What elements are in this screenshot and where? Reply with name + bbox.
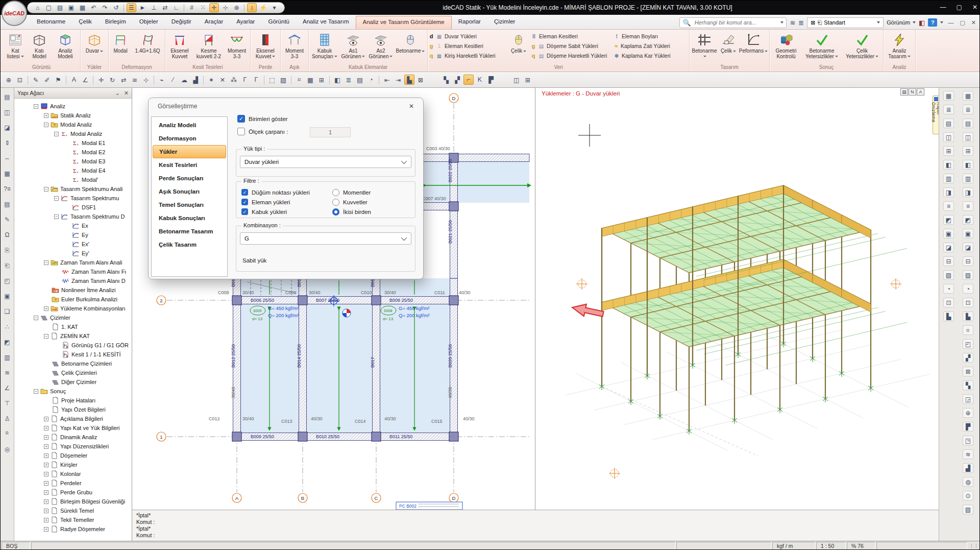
side-tool-icon[interactable]: ▤ [2,92,12,102]
tree-item[interactable]: Σ+Modal E3 [14,157,132,166]
tool-icon[interactable]: ⊡ [15,75,25,85]
pin-icon[interactable]: ⌄ [115,90,120,97]
right-tool-icon[interactable]: ▦ [963,91,973,101]
right-tool-icon[interactable]: ⊟ [943,256,954,266]
tree-item[interactable]: −Sonuç [14,387,132,396]
tree-item[interactable]: −Zaman Tanım Alanı Anali [14,258,132,267]
tab-ara-lar[interactable]: Araçlar [198,16,230,29]
tab-raporlar[interactable]: Raporlar [452,16,487,29]
dialog-list-item-analiz-modeli[interactable]: Analiz Modeli [153,118,226,132]
expand-icon[interactable]: + [44,426,48,431]
tool-icon[interactable]: ⊕ [4,75,14,85]
ribbon-button-modal[interactable]: Modal [110,30,131,64]
right-tool-icon[interactable]: ≣ [943,105,954,114]
tree-item[interactable]: +Yapı Kat ve Yük Bilgileri [14,423,132,433]
expand-icon[interactable]: + [44,509,48,513]
right-tool-icon[interactable]: ▤ [963,118,973,128]
right-tool-icon[interactable]: ▟ [963,463,973,473]
ribbon-small-item[interactable]: ❄Kaplama Kar Yükleri [614,52,688,60]
tab-ayarlar[interactable]: Ayarlar [230,16,261,29]
mdi-restore-button[interactable]: ▢ [958,19,966,26]
right-tool-icon[interactable]: ◨ [943,187,954,197]
side-tool-icon[interactable]: ◰ [2,276,12,285]
home-icon[interactable]: ⌂ [33,3,42,12]
right-tool-icon[interactable]: ▣ [963,229,973,238]
ribbon-button-1-4g-1-6q[interactable]: 1.4G+1.6Q [131,30,164,64]
tree-item[interactable]: −ZEMİN KAT [14,331,132,341]
ribbon-button-moment-3-3[interactable]: Moment 3-3 [225,30,249,64]
side-tool-icon[interactable]: ◩ [2,337,12,347]
right-tool-icon[interactable]: ◔ [963,284,973,294]
scale-checkbox-row[interactable]: Ölçek çarpanı : [237,128,288,135]
tree-item[interactable]: Diğer Çizimler [14,377,132,387]
right-tool-icon[interactable]: ▙ [943,312,954,321]
ribbon-button-kat-model[interactable]: Katı Model [27,30,52,64]
expand-icon[interactable]: + [44,435,48,440]
expand-icon[interactable]: + [44,453,48,458]
side-tool-icon[interactable]: ⇕ [2,138,12,148]
dialog-list-item-betonarme-tasar-m[interactable]: Betonarme Tasarım [153,225,226,238]
right-tool-icon[interactable]: ▨ [943,270,954,280]
tool-icon[interactable]: ☁ [179,75,189,85]
tree-item[interactable]: Proje Hataları [14,396,132,405]
right-tool-icon[interactable]: ⊙ [963,491,973,500]
tree-item[interactable]: DSF1 [14,203,132,212]
expand-icon[interactable]: + [44,444,48,449]
tree-item[interactable]: +Kirişler [14,460,132,469]
right-tool-icon[interactable]: ▦ [943,91,954,101]
tree-item[interactable]: Görünüş G1 / G1 GÖR [14,341,132,350]
side-tool-icon[interactable]: ✎ [2,214,12,224]
collapse-icon[interactable]: − [44,260,48,265]
side-tool-icon[interactable]: ◪ [2,123,12,132]
tool-icon[interactable]: ⁂ [229,75,239,85]
tree-item[interactable]: −Modal Analiz [14,120,132,129]
tree-item[interactable]: +Döşemeler [14,451,132,460]
tree-item[interactable]: Betonarme Çizimleri [14,359,132,368]
tree-item[interactable]: +Birleşim Bölgesi Güvenliği [14,497,132,506]
right-tool-icon[interactable]: ▙ [963,312,973,321]
side-tool-icon[interactable]: ⇔ [2,153,12,163]
right-tool-icon[interactable]: ⊞ [963,146,973,156]
new-file-icon[interactable]: ▢ [44,3,54,12]
tree-item[interactable]: +Yapı Düzensizlikleri [14,442,132,451]
right-tool-icon[interactable]: ◫ [963,132,973,142]
side-tool-icon[interactable]: ∠ [2,383,12,393]
tree-item[interactable]: −Analiz [14,102,132,111]
maximize-button[interactable]: ▢ [957,4,962,11]
side-tool-icon[interactable]: ⊤ [2,398,12,408]
undo-icon[interactable]: ↶ [89,3,99,12]
tree-item[interactable]: Zaman Tanım Alanı Fı [14,267,132,276]
side-tool-icon[interactable]: ⎘ [2,245,12,255]
dialog-list-item--elik-tasar-m[interactable]: Çelik Tasarım [153,238,226,251]
ribbon-button-kesme-kuvveti-2-2[interactable]: Kesme kuvveti 2-2 [193,30,225,64]
side-tool-icon[interactable]: ≋ [2,368,12,377]
tool-icon[interactable]: ⬚ [267,75,277,85]
ribbon-button-betonarme[interactable]: Betonarme [691,30,718,64]
tool-icon[interactable]: Γ [251,75,261,85]
minimize-button[interactable]: — [940,4,946,11]
tree-item[interactable]: +Açıklama Bilgileri [14,414,132,423]
tab-objeler[interactable]: Objeler [133,16,165,29]
collapse-icon[interactable]: − [34,389,38,394]
tool-icon[interactable]: ◫ [511,75,522,85]
tool-icon[interactable]: A [69,75,79,85]
tool-icon[interactable]: ⊞ [523,75,533,85]
dialog-list-item-kabuk-sonu-lar-[interactable]: Kabuk Sonuçları [153,211,226,225]
dialog-list-item-a-k-sonu-lar-[interactable]: Aşık Sonuçları [153,185,226,198]
right-tool-icon[interactable]: ▧ [963,505,973,514]
tree-item[interactable]: Σ+Modal E4 [14,166,132,175]
ribbon-button-analiz-modeli[interactable]: Analiz Modeli [52,30,79,64]
dialog-list-item-deformasyon[interactable]: Deformasyon [153,132,226,145]
side-tool-icon[interactable]: ᴿ [2,429,12,439]
tool-icon[interactable]: ⊠ [415,75,426,85]
tree-item[interactable]: +Zaman Tanım Alanı D [14,276,132,285]
tool-icon[interactable]: ✎ [31,75,41,85]
view-control-button[interactable]: A [917,88,924,95]
ortho-icon[interactable]: ⊥ [149,3,159,12]
layer-stack-icon[interactable]: ≣ [798,19,804,27]
tree-item[interactable]: +Perdeler [14,479,132,488]
tool-icon[interactable]: ↻ [107,75,117,85]
ribbon-small-item[interactable]: d▦Duvar Yükleri [429,32,506,40]
snap-grid-icon[interactable]: ⁙ [198,3,208,12]
dialog-list-item-y-kler[interactable]: Yükler [153,145,226,158]
